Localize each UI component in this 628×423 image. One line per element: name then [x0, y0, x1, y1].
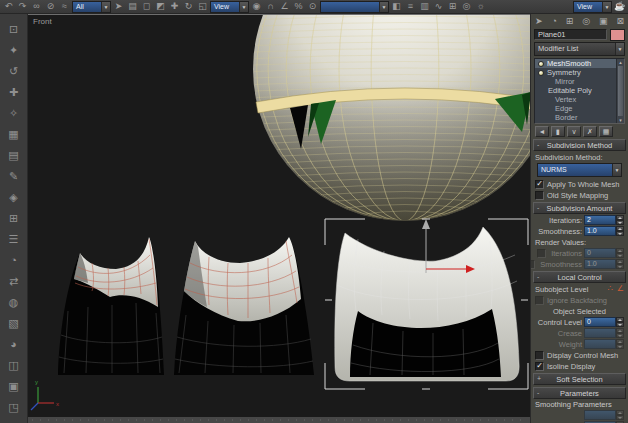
lowpoly-object-left[interactable] [58, 237, 164, 375]
select-by-name-icon[interactable]: ▤ [127, 2, 138, 11]
viewport-label[interactable]: Front [33, 17, 52, 26]
smoothness-spinner[interactable]: 1.0 [584, 226, 624, 236]
percent-snap-icon[interactable]: % [293, 2, 304, 11]
tool-18-icon[interactable]: ▣ [2, 376, 26, 397]
dropdown-arrow-icon[interactable]: ▼ [379, 2, 388, 12]
visibility-bulb-icon[interactable] [538, 70, 544, 76]
spinner-down-icon[interactable] [616, 415, 624, 420]
dropdown-arrow-icon[interactable]: ▼ [615, 43, 624, 55]
select-and-rotate-icon[interactable]: ↻ [183, 2, 194, 11]
bind-to-space-warp-icon[interactable]: ≈ [59, 2, 70, 11]
lowpoly-object-middle[interactable] [174, 237, 314, 375]
spinner-down-icon[interactable] [616, 333, 624, 338]
use-center-icon[interactable]: ◉ [251, 2, 262, 11]
pin-stack-icon[interactable]: ◄ [535, 126, 549, 137]
remove-modifier-icon[interactable]: ✗ [583, 126, 597, 137]
align-icon[interactable]: ≡ [405, 2, 416, 11]
display-tab-icon[interactable]: ▣ [599, 17, 608, 26]
tool-9-icon[interactable]: ◈ [2, 187, 26, 208]
curve-editor-icon[interactable]: ∿ [433, 2, 444, 11]
undo-icon[interactable]: ↶ [3, 2, 14, 11]
stack-item-vertex[interactable]: Vertex [535, 95, 624, 104]
tool-7-icon[interactable]: ▤ [2, 145, 26, 166]
subdivision-method-dropdown[interactable]: NURMS ▼ [537, 163, 622, 177]
configure-modifier-sets-icon[interactable]: ▦ [599, 126, 613, 137]
stack-item-symmetry[interactable]: Symmetry [535, 68, 624, 77]
visibility-bulb-icon[interactable] [538, 61, 544, 67]
stack-scrollbar[interactable]: ▴ ▾ [616, 59, 624, 123]
make-unique-icon[interactable]: ∨ [567, 126, 581, 137]
spinner-down-icon[interactable] [616, 231, 624, 236]
edge-subobject-icon[interactable]: ∠ [617, 285, 624, 293]
tool-14-icon[interactable]: ◍ [2, 292, 26, 313]
tool-8-icon[interactable]: ✎ [2, 166, 26, 187]
unlink-selection-icon[interactable]: ⊘ [45, 2, 56, 11]
render-iterations-spinner[interactable]: 0 [584, 248, 624, 258]
stack-item-border[interactable]: Border [535, 113, 624, 122]
old-style-mapping-checkbox[interactable] [535, 191, 544, 200]
control-level-spinner[interactable]: 0 [584, 317, 624, 327]
stack-item-meshsmooth[interactable]: MeshSmooth [535, 59, 624, 68]
tool-5-icon[interactable]: ✧ [2, 103, 26, 124]
isoline-display-checkbox[interactable] [535, 362, 544, 371]
show-end-result-icon[interactable]: ▮ [551, 126, 565, 137]
select-and-move-icon[interactable]: ✚ [169, 2, 180, 11]
stack-item-editable-poly[interactable]: Editable Poly [535, 86, 624, 95]
weight-spinner[interactable] [584, 339, 624, 349]
smoothness-value[interactable]: 1.0 [584, 226, 616, 236]
tool-16-icon[interactable]: ◕ [2, 334, 26, 355]
dropdown-arrow-icon[interactable]: ▼ [101, 2, 110, 12]
smooth-object-selected[interactable] [335, 227, 519, 381]
rollout-subdivision-method[interactable]: - Subdivision Method [533, 139, 626, 151]
rollout-soft-selection[interactable]: + Soft Selection [533, 373, 626, 385]
schematic-view-icon[interactable]: ⊞ [447, 2, 458, 11]
crease-spinner[interactable] [584, 328, 624, 338]
selection-filter-dropdown[interactable]: All ▼ [72, 1, 111, 13]
scroll-up-icon[interactable]: ▴ [619, 59, 622, 65]
spinner-down-icon[interactable] [616, 264, 624, 269]
selection-region-icon[interactable]: ◻ [141, 2, 152, 11]
select-and-scale-icon[interactable]: ◱ [197, 2, 208, 11]
tool-6-icon[interactable]: ▦ [2, 124, 26, 145]
tool-11-icon[interactable]: ☰ [2, 229, 26, 250]
render-view-dropdown[interactable]: View ▼ [573, 1, 612, 13]
spinner-down-icon[interactable] [616, 220, 624, 225]
spinner-down-icon[interactable] [616, 344, 624, 349]
rollout-subdivision-amount[interactable]: - Subdivision Amount [533, 202, 626, 214]
spinner-down-icon[interactable] [616, 322, 624, 327]
render-setup-icon[interactable]: ☼ [475, 2, 486, 11]
utilities-tab-icon[interactable]: ⊠ [616, 17, 624, 26]
smoothing-spinner-1[interactable] [584, 410, 624, 420]
object-color-swatch[interactable] [610, 29, 625, 41]
viewport-front[interactable]: x y Front [28, 14, 530, 423]
angle-snap-icon[interactable]: ∠ [279, 2, 290, 11]
render-smoothness-checkbox[interactable] [530, 260, 535, 269]
object-name-field[interactable]: Plane01 [534, 29, 607, 40]
stack-item-mirror[interactable]: Mirror [535, 77, 624, 86]
sphere-object[interactable] [253, 15, 530, 221]
tool-3-icon[interactable]: ↺ [2, 61, 26, 82]
iterations-value[interactable]: 2 [584, 215, 616, 225]
reference-coordinate-dropdown[interactable]: View ▼ [210, 1, 249, 13]
tool-15-icon[interactable]: ▧ [2, 313, 26, 334]
spinner-snap-icon[interactable]: ⊙ [307, 2, 318, 11]
dropdown-arrow-icon[interactable]: ▼ [602, 2, 611, 12]
hierarchy-tab-icon[interactable]: ⊞ [566, 17, 574, 26]
iterations-spinner[interactable]: 2 [584, 215, 624, 225]
tool-2-icon[interactable]: ✦ [2, 40, 26, 61]
material-editor-icon[interactable]: ◎ [461, 2, 472, 11]
render-iterations-checkbox[interactable] [537, 249, 546, 258]
scroll-thumb[interactable] [618, 66, 623, 116]
rollout-local-control[interactable]: - Local Control [533, 271, 626, 283]
snap-toggle-icon[interactable]: ∩ [265, 2, 276, 11]
select-object-icon[interactable]: ➤ [113, 2, 124, 11]
dropdown-arrow-icon[interactable]: ▼ [239, 2, 248, 12]
dropdown-arrow-icon[interactable]: ▼ [612, 164, 621, 176]
layer-manager-icon[interactable]: ▥ [419, 2, 430, 11]
tool-4-icon[interactable]: ✚ [2, 82, 26, 103]
create-tab-icon[interactable]: ➤ [535, 17, 543, 26]
render-smoothness-spinner[interactable]: 1.0 [584, 259, 624, 269]
motion-tab-icon[interactable]: ◎ [582, 17, 590, 26]
apply-to-whole-mesh-checkbox[interactable] [535, 180, 544, 189]
display-control-mesh-checkbox[interactable] [535, 351, 544, 360]
